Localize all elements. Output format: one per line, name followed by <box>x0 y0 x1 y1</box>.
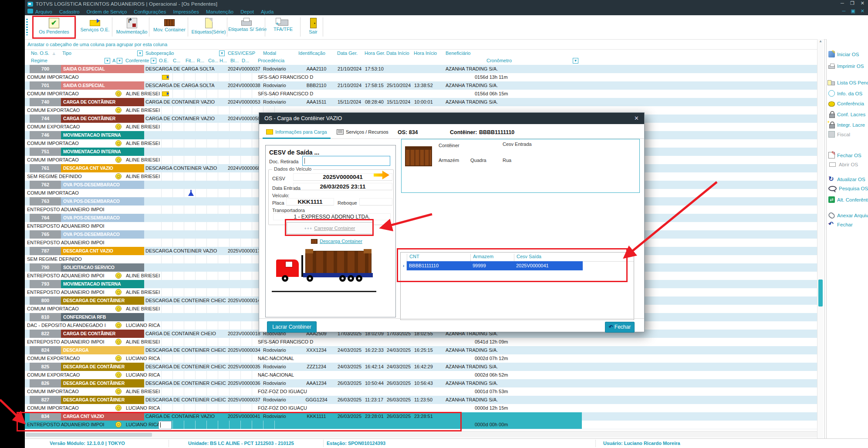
col-co[interactable]: Co... <box>208 58 218 63</box>
col-cronometro[interactable]: Cronômetro <box>486 58 512 63</box>
scrollbar-thumb[interactable] <box>26 433 152 437</box>
sidebar-item-integr-lacre[interactable]: Integr. Lacre <box>828 121 865 128</box>
col-conferente[interactable]: Conferente <box>125 58 149 63</box>
mov-container-button[interactable]: Mov. Container <box>150 16 189 38</box>
menu-ordem-servico[interactable]: Ordem de Serviço <box>87 9 127 14</box>
group-by-bar[interactable]: Arrastar o cabeçalho de uma coluna para … <box>25 40 817 49</box>
mdi-window-controls[interactable]: ─▣✕ <box>842 8 865 14</box>
vertical-scrollbar[interactable]: ▲ <box>817 39 824 438</box>
sidebar-item-pesquisa-os[interactable]: Pesquisa OS <box>828 186 868 191</box>
table-subrow[interactable]: COMUM IMPORTACAO☺ALINE BRIESEIFOZ-FOZ DO… <box>25 387 817 396</box>
movimentacao-button[interactable]: Movimentação <box>114 16 150 38</box>
lacrar-conteiner-button[interactable]: Lacrar Contêiner <box>267 321 317 333</box>
toolbar-grip[interactable] <box>26 19 28 35</box>
table-subrow[interactable]: COMUM IMPORTACAO☺LUCIANO RICAFOZ-FOZ DO … <box>25 404 817 413</box>
col-procedencia[interactable]: Procedência <box>258 58 284 63</box>
window-controls[interactable]: ─ ❐ ✕ <box>841 0 865 6</box>
sidebar-item-confer-ncia[interactable]: Conferência <box>828 101 864 107</box>
carregar-container-button[interactable]: +++Carregar Container <box>287 222 373 234</box>
sidebar-item-conf-lacres[interactable]: Conf. Lacres <box>828 111 865 118</box>
menu-depot[interactable]: Depot <box>240 9 254 14</box>
col-no-os[interactable]: No. O.S. <box>31 51 49 56</box>
filter-conferente-icon[interactable]: ▼ <box>151 58 156 64</box>
menu-cadastro[interactable]: Cadastro <box>59 9 80 14</box>
scroll-up-icon[interactable]: ▲ <box>817 39 824 43</box>
col-fit[interactable]: Fit... <box>186 58 195 63</box>
sidebar-item-info-da-os[interactable]: Info. da OS <box>828 90 862 97</box>
table-subrow[interactable]: COMUM IMPORTACAOSFS-SAO FRANCISCO D0156d… <box>25 73 817 82</box>
col-data-ger[interactable]: Data Ger. <box>337 51 358 56</box>
sidebar-item-anexar-arquivos[interactable]: Anexar Arquivos <box>828 213 868 218</box>
table-row[interactable]: 826DESCARGA DE CONTÃIINERDESCARGA DE CON… <box>25 379 817 387</box>
table-row[interactable]: 740CARGA DE CONTÃIINERCARGA DE CONTAINER… <box>25 98 817 106</box>
filter-tipo-icon[interactable]: ▼ <box>137 51 143 56</box>
filter-suboperacao-icon[interactable]: ▼ <box>219 51 225 56</box>
table-subrow[interactable]: ENTREPOSTO ADUANEIRO IMPOI☺ALINE BRIESEI… <box>25 338 817 347</box>
edit-cell[interactable] <box>159 421 172 429</box>
table-row[interactable]: 700SAIDA O.ESPECIALDESCARGA DE CARGA SOL… <box>25 65 817 73</box>
col-regime[interactable]: Regime <box>31 58 47 63</box>
col-oe[interactable]: O.E. <box>159 58 169 63</box>
col-beneficiario[interactable]: Beneficiário <box>446 51 470 56</box>
filter-regime-icon[interactable]: ▼ <box>105 58 110 64</box>
sidebar-item-iniciar-os[interactable]: Iniciar OS <box>828 51 859 57</box>
menu-impressoes[interactable]: Impressões <box>173 9 199 14</box>
col-armazem[interactable]: Armazem <box>470 254 514 261</box>
scrollbar-thumb[interactable] <box>818 280 823 307</box>
col-cnt[interactable]: CNT <box>407 254 470 261</box>
etiquetas-serie-button[interactable]: Etiquetas(Série) <box>189 16 228 38</box>
table-row[interactable]: 824DESCARGADESCARGA DE CONTEINER CHEIC20… <box>25 346 817 354</box>
sidebar-item-alt-confer-nte[interactable]: Alt. Conferênte <box>828 196 868 203</box>
table-subrow[interactable]: COMUM IMPORTACAO☺ALINE BRIESEISFS-SAO FR… <box>25 90 817 98</box>
close-icon[interactable]: ✕ <box>634 113 639 124</box>
table-row[interactable]: BBBB1111110 99999 2025V0000041 <box>407 261 583 270</box>
close-icon[interactable]: ✕ <box>861 0 865 6</box>
col-cesv[interactable]: CESV/CESP <box>228 51 255 56</box>
reboque-value[interactable] <box>359 198 392 205</box>
col-c[interactable]: C... <box>173 58 180 63</box>
col-bl[interactable]: Bl... <box>230 58 239 63</box>
sidebar-item-imprimir-os[interactable]: Imprimir OS <box>828 63 864 69</box>
maximize-icon[interactable]: ❐ <box>850 0 854 6</box>
menu-ajuda[interactable]: Ajuda <box>261 9 274 14</box>
sidebar-item-lista-os-pend-[interactable]: Lista OS Pend. <box>828 80 868 85</box>
col-cesv-saida[interactable]: Cesv Saída <box>514 254 583 261</box>
sort-asc-icon[interactable]: ▵ <box>53 51 55 56</box>
table-subrow[interactable]: COMUM EXPORTACAO☺LUCIANO RICANAC-NACIONA… <box>25 371 817 380</box>
sair-button[interactable]: Sair <box>303 16 324 38</box>
table-subrow[interactable]: COMUM EXPORTACAO☺LUCIANO RICANAC-NACIONA… <box>25 354 817 363</box>
tfa-tfe-button[interactable]: TFA/TFE <box>267 16 299 38</box>
table-row[interactable]: 827DESCARGA DE CONTÃIINERDESCARGA DE CON… <box>25 396 817 404</box>
descarga-container-link[interactable]: Descarga Container <box>311 239 362 244</box>
sidebar-item-atualizar-os[interactable]: Atualizar OS <box>828 176 865 182</box>
doc-retirada-input[interactable] <box>302 156 390 166</box>
horizontal-scrollbar[interactable] <box>25 431 817 438</box>
col-modal[interactable]: Modal <box>263 51 276 56</box>
fechar-button[interactable]: ↶Fechar <box>605 322 635 333</box>
col-hora-ger[interactable]: Hora Ger. <box>365 51 385 56</box>
minimize-icon[interactable]: ─ <box>841 0 844 6</box>
table-subrow[interactable]: ENTREPOSTO ADUANEIRO IMPOI☺LUCIANO RICA0… <box>25 421 817 429</box>
filter-cronometro-icon[interactable]: ▼ <box>573 58 578 64</box>
table-row[interactable]: 825DESCARGA DE CONTÃIINERDESCARGA DE CON… <box>25 363 817 371</box>
col-data-inicio[interactable]: Data Início <box>386 51 409 56</box>
col-d[interactable]: D... <box>242 58 249 63</box>
col-a[interactable]: A <box>112 58 115 63</box>
menu-manutencao[interactable]: Manutenção <box>206 9 233 14</box>
os-pendentes-button[interactable]: Os Pendentes <box>32 16 76 38</box>
table-row[interactable]: 701SAIDA O.ESPECIALDESCARGA DE CARGA SOL… <box>25 81 817 90</box>
sidebar-item-fechar[interactable]: Fechar <box>828 221 853 228</box>
tab-informacoes-carga[interactable]: Informações para Carga <box>263 126 331 139</box>
servicos-oe-button[interactable]: Serviços O.E. <box>77 16 113 38</box>
col-h[interactable]: H... <box>220 58 227 63</box>
col-tipo[interactable]: Tipo <box>62 51 71 56</box>
menu-configuracoes[interactable]: Configurações <box>134 9 166 14</box>
col-hora-inicio[interactable]: Hora Início <box>414 51 437 56</box>
col-r[interactable]: R... <box>197 58 204 63</box>
menu-arquivo[interactable]: Arquivo <box>35 9 52 14</box>
filter-a-icon[interactable]: ▼ <box>117 58 122 64</box>
table-row[interactable]: 834CARGA CNT VAZIOCARGA DE CONTAINER VAZ… <box>25 412 817 421</box>
tab-servicos-recursos[interactable]: Serviços / Recursos <box>333 126 392 138</box>
col-identificacao[interactable]: Identificação <box>298 51 325 56</box>
col-suboperacao[interactable]: Suboperação <box>145 51 174 56</box>
